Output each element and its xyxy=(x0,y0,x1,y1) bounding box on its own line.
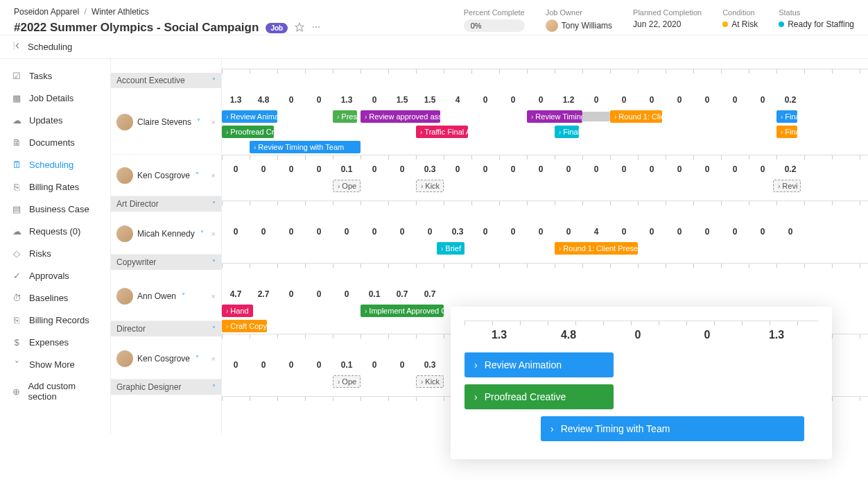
sidebar-item-tasks[interactable]: ☑Tasks xyxy=(0,65,110,87)
task-bar-label: Review Anima xyxy=(230,112,277,121)
role-header[interactable]: Art Director˅ xyxy=(111,196,221,212)
sidebar-item-label: Scheduling xyxy=(29,160,73,170)
task-bar[interactable]: ›Fina xyxy=(776,110,797,123)
remove-icon[interactable]: × xyxy=(211,230,216,238)
task-bar[interactable]: ›Round 1: Client Present xyxy=(555,242,638,255)
hour-cell: 0 xyxy=(776,227,804,237)
sidebar-item-show-more[interactable]: ˅Show More xyxy=(0,353,110,375)
avatar xyxy=(116,225,133,242)
task-bar-label: Kick xyxy=(425,377,440,386)
role-header[interactable]: Copywriter˅ xyxy=(111,255,221,270)
task-bar-label: Fina xyxy=(785,128,797,136)
sidebar-item-billing-rates[interactable]: ⎘Billing Rates xyxy=(0,176,110,198)
nav-icon: 🗎 xyxy=(11,137,22,148)
sidebar-item-scheduling[interactable]: 🗓Scheduling xyxy=(0,153,110,176)
chevron-down-icon: ˅ xyxy=(212,384,216,391)
sidebar-item-documents[interactable]: 🗎Documents xyxy=(0,131,110,153)
task-bar[interactable]: ›Brief xyxy=(437,242,465,255)
job-owner-value: Tony Williams xyxy=(562,21,612,31)
task-bar-label: Fina xyxy=(785,112,797,121)
hour-cell: 1.5 xyxy=(388,95,416,105)
task-bar[interactable]: ›Review approved asset xyxy=(361,110,440,123)
task-bar[interactable]: ›Kick xyxy=(416,375,444,388)
sidebar-item-label: Baselines xyxy=(29,293,68,303)
task-bar[interactable]: ›Craft Copy xyxy=(222,320,267,332)
sidebar-item-approvals[interactable]: ✓Approvals xyxy=(0,264,110,287)
role-header[interactable]: Director˅ xyxy=(111,321,221,336)
hour-cell: 0 xyxy=(693,164,721,174)
task-bar[interactable]: ›Review Anima xyxy=(222,110,277,123)
favorite-icon[interactable] xyxy=(295,22,304,34)
task-bar-label: Revi xyxy=(782,182,797,190)
person-row[interactable]: Ann Owen˅× xyxy=(111,271,221,321)
hour-cell: 0 xyxy=(527,95,555,105)
hour-cell: 0.7 xyxy=(416,289,444,299)
chevron-down-icon: ˅ xyxy=(196,354,199,362)
remove-icon[interactable]: × xyxy=(211,118,216,126)
sidebar-item-expenses[interactable]: $Expenses xyxy=(0,331,110,353)
task-bar[interactable]: ›Round 1: Clien xyxy=(610,110,662,123)
role-header[interactable]: Graphic Designer˅ xyxy=(111,379,221,395)
breadcrumb-project[interactable]: Winter Athletics xyxy=(92,7,149,17)
task-bar[interactable]: ›Pres xyxy=(333,110,357,123)
task-bar[interactable]: ›Revi xyxy=(773,180,801,192)
chevron-right-icon: › xyxy=(226,307,228,315)
sidebar-item-requests-0-[interactable]: ☁Requests (0) xyxy=(0,220,110,242)
task-bar[interactable]: ›Kick xyxy=(416,180,444,192)
hour-cell: 1.2 xyxy=(555,95,582,105)
task-bar[interactable]: ›Fina xyxy=(776,126,797,138)
popout-task-bar[interactable]: ›Review Animation xyxy=(465,352,614,377)
hour-cell: 1.3 xyxy=(465,329,534,341)
person-row[interactable]: Micah Kennedy˅× xyxy=(111,213,221,255)
role-header[interactable]: Account Executive˅ xyxy=(111,73,221,88)
task-bar-label: Kick xyxy=(425,182,440,190)
chevron-right-icon: › xyxy=(559,245,561,253)
chevron-right-icon: › xyxy=(338,378,340,386)
hour-cell: 0 xyxy=(222,360,250,370)
sidebar-item-add-custom-section[interactable]: ⊕Add custom section xyxy=(0,375,110,407)
breadcrumb-org[interactable]: Poseidon Apparel xyxy=(14,7,79,17)
remove-icon[interactable]: × xyxy=(211,354,216,363)
task-bar[interactable]: ›Traffic Final A xyxy=(416,126,468,138)
role-title: Director xyxy=(116,324,146,334)
sidebar-item-baselines[interactable]: ⏱Baselines xyxy=(0,287,110,309)
remove-icon[interactable]: × xyxy=(211,292,216,300)
more-icon[interactable] xyxy=(311,22,321,34)
chevron-right-icon: › xyxy=(550,423,554,434)
task-bar[interactable]: ›Final xyxy=(555,126,579,138)
sidebar-item-billing-records[interactable]: ⎘Billing Records xyxy=(0,309,110,331)
task-bar-label: Brief xyxy=(445,244,461,253)
task-bar[interactable]: ›Ope xyxy=(333,180,361,192)
sidebar-item-label: Expenses xyxy=(29,337,69,348)
task-bar[interactable]: ›Hand xyxy=(222,305,253,317)
hour-cell: 0 xyxy=(471,164,499,174)
task-bar[interactable]: ›Proofread Cre xyxy=(222,126,274,138)
chevron-right-icon: › xyxy=(781,128,783,136)
hour-cell: 0 xyxy=(610,227,638,237)
sidebar-item-business-case[interactable]: ▤Business Case xyxy=(0,198,110,220)
person-row[interactable]: Ken Cosgrove˅× xyxy=(111,338,221,379)
sidebar-item-risks[interactable]: ◇Risks xyxy=(0,242,110,264)
task-bar[interactable]: ›Review Timing xyxy=(527,110,582,123)
person-row[interactable]: Ken Cosgrove˅× xyxy=(111,155,221,196)
chevron-right-icon: › xyxy=(559,128,561,136)
person-row[interactable]: Claire Stevens˅× xyxy=(111,89,221,155)
task-bar[interactable]: ›Implement Approved C xyxy=(361,305,444,317)
task-bar-label: Ope xyxy=(342,377,356,386)
sidebar-item-label: Add custom section xyxy=(28,381,99,402)
hour-cell: 0 xyxy=(277,227,305,237)
task-bar[interactable]: ›Review Timing with Team xyxy=(250,141,361,153)
condition-label: Condition xyxy=(722,8,758,17)
back-icon[interactable] xyxy=(12,41,22,53)
sidebar-item-label: Tasks xyxy=(29,71,52,81)
task-bar[interactable]: ›Ope xyxy=(333,375,361,388)
task-bar-label: Review approved asset xyxy=(369,112,440,121)
hours-row: 00000.1000.30000000000000.2 xyxy=(222,159,868,180)
hour-cell: 0 xyxy=(250,164,277,174)
hour-cell: 4.8 xyxy=(250,95,277,105)
popout-task-bar[interactable]: ›Proofread Creative xyxy=(465,384,614,409)
sidebar-item-updates[interactable]: ☁Updates xyxy=(0,109,110,131)
popout-task-bar[interactable]: ›Review Timing with Team xyxy=(541,416,804,441)
remove-icon[interactable]: × xyxy=(211,171,216,180)
sidebar-item-job-details[interactable]: ▦Job Details xyxy=(0,87,110,109)
